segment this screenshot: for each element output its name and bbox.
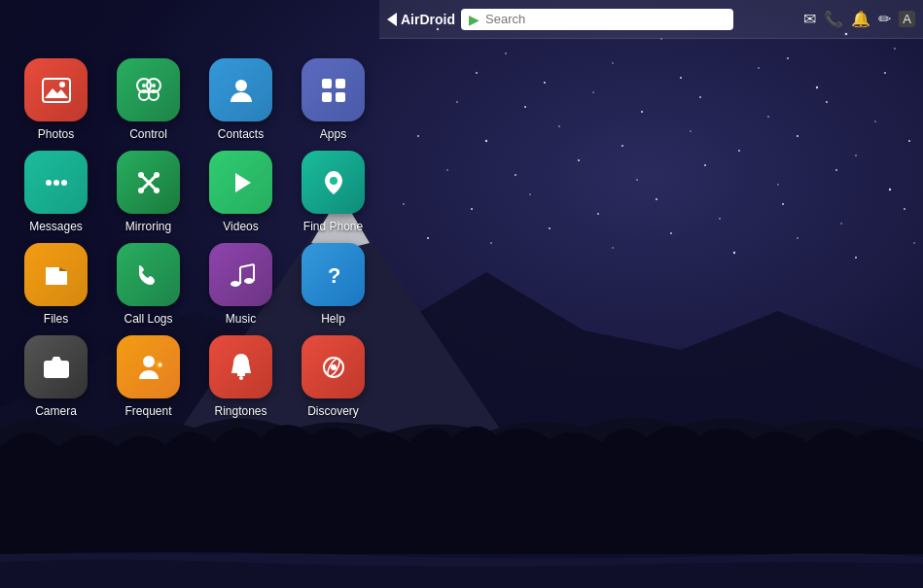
svg-point-16: [524, 106, 526, 108]
app-icon-ringtones: [209, 335, 272, 398]
app-icon-control: [117, 58, 180, 121]
svg-point-78: [154, 172, 160, 178]
svg-point-27: [690, 130, 691, 131]
airdroid-title: AirDroid: [401, 12, 455, 27]
svg-point-84: [244, 278, 254, 284]
svg-point-72: [46, 180, 52, 186]
svg-rect-69: [336, 79, 345, 88]
svg-point-73: [53, 180, 59, 186]
topbar: AirDroid ▶ ✉ 📞 🔔 ✏ A: [379, 0, 923, 39]
app-item-control[interactable]: Control: [107, 58, 190, 141]
svg-point-40: [403, 203, 405, 205]
search-input[interactable]: [485, 12, 726, 26]
app-item-contacts[interactable]: Contacts: [199, 58, 282, 141]
app-item-music[interactable]: Music: [199, 243, 282, 326]
app-icon-camera: [24, 335, 88, 398]
svg-rect-70: [322, 92, 332, 102]
svg-rect-94: [237, 373, 245, 376]
app-item-mirroring[interactable]: Mirroring: [107, 151, 190, 233]
app-item-messages[interactable]: Messages: [15, 151, 97, 233]
font-icon[interactable]: A: [899, 11, 915, 27]
svg-point-20: [767, 116, 769, 118]
svg-point-5: [787, 57, 789, 59]
svg-point-44: [656, 198, 657, 200]
svg-line-87: [240, 264, 254, 267]
svg-point-83: [231, 281, 240, 287]
svg-point-29: [797, 135, 799, 137]
play-store-icon: ▶: [469, 12, 479, 27]
app-item-videos[interactable]: Videos: [199, 151, 282, 233]
svg-point-65: [142, 84, 146, 87]
app-icon-discovery: [302, 335, 365, 398]
svg-text:?: ?: [328, 263, 340, 288]
svg-point-46: [782, 203, 784, 205]
svg-point-51: [549, 227, 550, 229]
svg-point-39: [889, 189, 891, 190]
app-item-ringtones[interactable]: Ringtones: [199, 335, 282, 418]
app-icon-findphone: [302, 151, 365, 214]
app-label-messages: Messages: [29, 220, 83, 233]
app-label-findphone: Find Phone: [303, 220, 363, 233]
back-arrow-icon[interactable]: [387, 13, 397, 26]
svg-point-37: [777, 184, 778, 185]
app-label-ringtones: Ringtones: [214, 404, 266, 418]
app-item-findphone[interactable]: Find Phone: [292, 151, 374, 233]
svg-point-56: [855, 257, 857, 259]
svg-point-11: [680, 77, 682, 79]
svg-point-14: [884, 72, 886, 74]
app-label-frequent: Frequent: [124, 404, 171, 418]
phone-icon[interactable]: 📞: [824, 10, 843, 28]
app-icon-music: [209, 243, 272, 306]
app-item-photos[interactable]: Photos: [15, 58, 97, 141]
svg-point-18: [641, 111, 643, 113]
app-item-calllogs[interactable]: Call Logs: [107, 243, 190, 326]
svg-point-52: [612, 247, 613, 248]
svg-point-48: [904, 208, 905, 210]
app-item-help[interactable]: ?Help: [292, 243, 374, 326]
app-label-contacts: Contacts: [218, 127, 264, 141]
app-icon-photos: [24, 58, 88, 121]
app-item-files[interactable]: Files: [15, 243, 97, 326]
svg-point-53: [670, 232, 672, 234]
app-item-apps[interactable]: Apps: [292, 58, 374, 141]
svg-point-19: [699, 96, 701, 98]
bell-icon[interactable]: 🔔: [851, 10, 870, 28]
svg-point-80: [154, 188, 160, 193]
svg-point-1: [505, 52, 507, 54]
svg-text:★: ★: [157, 361, 163, 369]
app-label-apps: Apps: [320, 127, 346, 141]
svg-point-45: [719, 218, 721, 220]
svg-point-49: [427, 237, 429, 239]
app-item-camera[interactable]: Camera: [15, 335, 97, 418]
pencil-icon[interactable]: ✏: [878, 10, 891, 28]
svg-point-47: [840, 223, 841, 224]
app-label-control: Control: [129, 127, 167, 141]
svg-point-41: [471, 208, 473, 210]
svg-point-38: [835, 169, 837, 171]
svg-rect-68: [322, 79, 332, 88]
mail-icon[interactable]: ✉: [803, 10, 816, 28]
app-icon-messages: [24, 151, 88, 214]
svg-point-67: [235, 80, 247, 91]
svg-point-95: [239, 376, 243, 380]
app-label-photos: Photos: [38, 127, 74, 141]
svg-point-7: [894, 48, 896, 50]
svg-point-42: [529, 193, 530, 194]
svg-point-8: [476, 72, 478, 74]
search-bar[interactable]: ▶: [461, 9, 733, 30]
app-item-frequent[interactable]: ★Frequent: [107, 335, 190, 418]
app-icon-mirroring: [117, 151, 180, 214]
svg-point-54: [733, 252, 735, 254]
svg-point-21: [826, 101, 828, 103]
svg-point-25: [558, 125, 560, 127]
app-item-discovery[interactable]: Discovery: [292, 335, 374, 418]
app-icon-frequent: ★: [117, 335, 180, 398]
svg-point-33: [515, 174, 516, 176]
svg-rect-71: [336, 92, 345, 102]
app-icon-calllogs: [117, 243, 180, 306]
svg-point-98: [331, 364, 337, 370]
svg-point-26: [621, 145, 623, 147]
svg-point-31: [908, 140, 910, 142]
airdroid-logo[interactable]: AirDroid: [387, 12, 455, 27]
svg-point-43: [597, 213, 599, 215]
